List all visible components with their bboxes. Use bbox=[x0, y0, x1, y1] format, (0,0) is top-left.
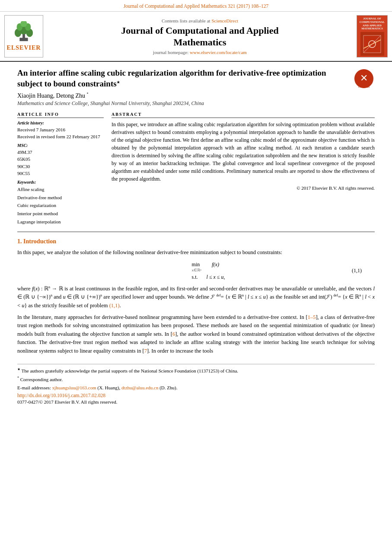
homepage-url[interactable]: www.elsevier.com/locate/cam bbox=[190, 50, 247, 55]
feasible-word: feasible bbox=[58, 303, 75, 309]
msc-code-1: 49M.37 bbox=[17, 149, 104, 156]
intro-para1: In this paper, we analyze the solution o… bbox=[17, 248, 375, 257]
ref-7-link[interactable]: 7 bbox=[144, 348, 147, 354]
formula-content: min x∈ℝⁿ f(x) s.t. l ≤ x ≤ u, bbox=[192, 261, 225, 280]
section-heading: 1. Introduction bbox=[17, 238, 375, 245]
journal-info-center: Contents lists available at ScienceDirec… bbox=[48, 15, 352, 57]
formula-min-row: min x∈ℝⁿ f(x) bbox=[192, 261, 220, 272]
journal-header: ELSEVIER Contents lists available at Sci… bbox=[0, 12, 392, 62]
keywords-label: Keywords: bbox=[17, 180, 104, 185]
corresponding-star: * bbox=[87, 92, 89, 96]
abstract-title: ABSTRACT bbox=[112, 112, 375, 118]
crossmark-icon: ✕ CrossMark bbox=[354, 68, 374, 89]
received-date: Received 7 January 2016 bbox=[17, 126, 104, 134]
journal-title: Journal of Computational and Applied Mat… bbox=[121, 25, 278, 48]
svg-text:CrossMark: CrossMark bbox=[358, 86, 370, 88]
footnote-section: ★ The authors gratefully acknowledge the… bbox=[17, 364, 375, 404]
revised-date: Received in revised form 22 February 201… bbox=[17, 133, 104, 140]
copyright-text: © 2017 Elsevier B.V. All rights reserved… bbox=[112, 185, 375, 191]
keyword-2: Derivative-free method bbox=[17, 194, 104, 202]
footnote-corresponding: * Corresponding author. bbox=[17, 376, 375, 383]
cover-visual bbox=[360, 32, 384, 56]
doi-link[interactable]: http://dx.doi.org/10.1016/j.cam.2017.02.… bbox=[17, 393, 375, 398]
abstract-text: In this paper, we introduce an affine sc… bbox=[112, 121, 375, 183]
info-abstract-columns: ARTICLE INFO Article history: Received 7… bbox=[17, 112, 375, 226]
footnote-star: ★ The authors gratefully acknowledge the… bbox=[17, 367, 375, 374]
main-content: An interior affine scaling cubic regular… bbox=[0, 62, 392, 411]
formula-number: (1,1) bbox=[352, 268, 362, 274]
title-star: ★ bbox=[117, 80, 120, 84]
intro-para2: where f(x) : ℝn → ℝ is at least continuo… bbox=[17, 285, 375, 310]
msc-label: MSC: bbox=[17, 143, 104, 148]
formula-block: min x∈ℝⁿ f(x) s.t. l ≤ x ≤ u, (1,1) bbox=[30, 261, 362, 280]
introduction-section: 1. Introduction In this paper, we analyz… bbox=[17, 238, 375, 355]
intro-para3: In the literature, many approaches for d… bbox=[17, 313, 375, 355]
keyword-4: Interior point method bbox=[17, 210, 104, 218]
msc-code-4: 90C55 bbox=[17, 170, 104, 177]
formula-fx: f(x) bbox=[212, 261, 219, 268]
msc-code-2: 65K05 bbox=[17, 156, 104, 163]
keyword-5: Lagrange interpolation bbox=[17, 218, 104, 226]
formula-subscript: x∈ℝⁿ bbox=[192, 268, 201, 272]
formula-left: min x∈ℝⁿ f(x) s.t. l ≤ x ≤ u, bbox=[192, 261, 225, 280]
formula-st-text: s.t. bbox=[192, 274, 198, 280]
email2-link[interactable]: dtzhu@aluu.edu.cn bbox=[121, 385, 158, 390]
elsevier-logo: ELSEVIER bbox=[4, 15, 43, 57]
article-info-title: ARTICLE INFO bbox=[17, 112, 104, 118]
authors-line: Xiaojin Huang, Detong Zhu * bbox=[17, 92, 375, 99]
elsevier-text: ELSEVIER bbox=[7, 45, 41, 51]
footnote-emails: E-mail addresses: xjhuangsluu@163.com (X… bbox=[17, 384, 375, 392]
formula-min-text: min bbox=[192, 261, 201, 268]
keyword-1: Affine scaling bbox=[17, 185, 104, 194]
msc-code-3: 90C30 bbox=[17, 163, 104, 170]
journal-homepage: journal homepage: www.elsevier.com/locat… bbox=[153, 50, 247, 55]
abstract-column: ABSTRACT In this paper, we introduce an … bbox=[112, 112, 375, 226]
affiliation: Mathematics and Science College, Shangha… bbox=[17, 100, 375, 107]
elsevier-tree-icon bbox=[11, 21, 37, 43]
sciencedirect-anchor[interactable]: ScienceDirect bbox=[211, 18, 238, 23]
formula-constraint: l ≤ x ≤ u, bbox=[207, 274, 225, 280]
paper-title: An interior affine scaling cubic regular… bbox=[17, 68, 349, 89]
crossmark-badge: ✕ CrossMark bbox=[353, 68, 375, 89]
issn-text: 0377-0427/© 2017 Elsevier B.V. All right… bbox=[17, 399, 375, 404]
history-label: Article history: bbox=[17, 121, 104, 125]
cover-title-text: JOURNAL OF COMPUTATIONAL AND APPLIED MAT… bbox=[358, 17, 386, 30]
journal-reference-text: Journal of Computational and Applied Mat… bbox=[124, 3, 268, 9]
email1-link[interactable]: xjhuangsluu@163.com bbox=[52, 385, 96, 390]
journal-reference-bar: Journal of Computational and Applied Mat… bbox=[0, 0, 392, 12]
article-info-column: ARTICLE INFO Article history: Received 7… bbox=[17, 112, 104, 226]
section-divider bbox=[17, 232, 375, 232]
svg-text:✕: ✕ bbox=[360, 73, 368, 83]
ref-6-link[interactable]: 6 bbox=[172, 331, 175, 337]
ref-1-5-link[interactable]: 1–5 bbox=[308, 314, 316, 320]
formula-st-row: s.t. l ≤ x ≤ u, bbox=[192, 274, 225, 280]
cover-graph-icon bbox=[361, 33, 383, 55]
journal-cover-image: JOURNAL OF COMPUTATIONAL AND APPLIED MAT… bbox=[357, 15, 388, 57]
keyword-3: Cubic regularization bbox=[17, 201, 104, 210]
paper-title-section: An interior affine scaling cubic regular… bbox=[17, 68, 375, 89]
sciencedirect-link: Contents lists available at ScienceDirec… bbox=[162, 18, 238, 23]
formula-ref-link[interactable]: (1,1) bbox=[109, 303, 120, 309]
